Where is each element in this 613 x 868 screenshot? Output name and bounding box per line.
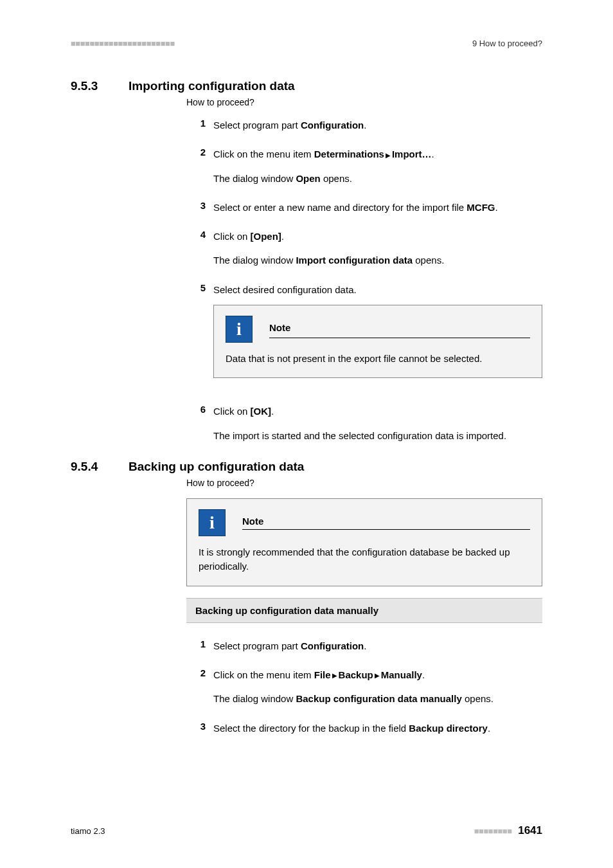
step-4: 4 Click on [Open]. The dialog window Imp…: [186, 229, 542, 268]
step-number: 3: [186, 200, 213, 215]
triangle-icon: ▶: [373, 672, 381, 679]
text: .: [281, 231, 284, 242]
text: Click on: [213, 406, 251, 417]
step-body: Select program part Configuration.: [213, 638, 542, 653]
text: The dialog window: [213, 173, 296, 184]
text: .: [432, 149, 434, 159]
text-bold: Import configuration data: [296, 255, 413, 266]
note-label: Note: [242, 516, 530, 530]
note-text: It is strongly recommended that the conf…: [199, 545, 530, 574]
note-box: i Note Data that is not present in the e…: [213, 305, 542, 379]
section-heading-954: 9.5.4 Backing up configuration data: [71, 460, 542, 474]
step-number: 6: [186, 404, 213, 443]
step-6: 6 Click on [OK]. The import is started a…: [186, 404, 542, 443]
text-bold: Manually: [381, 669, 422, 680]
text-bold: MCFG: [466, 202, 495, 213]
text: .: [364, 120, 366, 131]
page-footer: tiamo 2.3 ■■■■■■■■ 1641: [71, 824, 542, 837]
text: Click on the menu item: [213, 149, 314, 159]
footer-right: ■■■■■■■■ 1641: [474, 824, 542, 837]
text-bold: Configuration: [301, 120, 364, 131]
step-body: Select the directory for the backup in t…: [213, 721, 542, 736]
step-body: Select desired configuration data. i Not…: [213, 282, 542, 390]
step-number: 1: [186, 638, 213, 653]
footer-ornament: ■■■■■■■■: [474, 826, 512, 836]
text-bold: Configuration: [301, 640, 364, 651]
header-ornament-left: ■■■■■■■■■■■■■■■■■■■■■■: [71, 39, 175, 48]
section-number: 9.5.4: [71, 460, 129, 474]
footer-left: tiamo 2.3: [71, 826, 105, 836]
text-bold: File: [314, 669, 331, 680]
note-header: i Note: [199, 509, 530, 536]
triangle-icon: ▶: [384, 152, 392, 159]
step-body: Click on the menu item Determinations▶Im…: [213, 147, 542, 186]
text-bold: Backup directory: [409, 723, 488, 734]
note-label: Note: [269, 320, 530, 338]
text-bold: Open: [296, 173, 320, 184]
text-bold: Determinations: [314, 149, 384, 159]
step-result: The dialog window Open opens.: [213, 171, 542, 186]
note-header: i Note: [226, 316, 530, 343]
page-number: 1641: [518, 824, 542, 836]
text: .: [271, 406, 274, 417]
step-3: 3 Select the directory for the backup in…: [186, 721, 542, 736]
text-bold: [OK]: [251, 406, 272, 417]
section-title: Backing up configuration data: [129, 460, 304, 474]
text: Select program part: [213, 640, 301, 651]
info-icon: i: [226, 316, 253, 343]
text-bold: [Open]: [251, 231, 281, 242]
text: .: [488, 723, 490, 734]
section-subtitle: How to proceed?: [186, 97, 542, 107]
section-title: Importing configuration data: [129, 79, 295, 93]
text: .: [422, 669, 425, 680]
step-2: 2 Click on the menu item File▶Backup▶Man…: [186, 667, 542, 707]
text-bold: Backup: [339, 669, 373, 680]
text: The dialog window: [213, 693, 296, 704]
step-body: Click on [Open]. The dialog window Impor…: [213, 229, 542, 268]
step-result: The dialog window Backup configuration d…: [213, 691, 542, 706]
info-icon: i: [199, 509, 226, 536]
steps-list-953: 1 Select program part Configuration. 2 C…: [186, 118, 542, 443]
text: .: [364, 640, 366, 651]
step-3: 3 Select or enter a new name and directo…: [186, 200, 542, 215]
text: opens.: [413, 255, 444, 266]
text: Select the directory for the backup in t…: [213, 723, 409, 734]
text: Click on the menu item: [213, 669, 314, 680]
step-number: 3: [186, 721, 213, 736]
text: Select desired configuration data.: [213, 284, 357, 295]
step-body: Select program part Configuration.: [213, 118, 542, 132]
note-box: i Note It is strongly recommended that t…: [186, 498, 542, 586]
text: Select or enter a new name and directory…: [213, 202, 466, 213]
text-bold: Import…: [392, 149, 432, 159]
text: The dialog window: [213, 255, 296, 266]
step-number: 1: [186, 118, 213, 132]
step-1: 1 Select program part Configuration.: [186, 118, 542, 132]
step-result: The dialog window Import configuration d…: [213, 253, 542, 267]
step-number: 5: [186, 282, 213, 390]
step-number: 2: [186, 667, 213, 707]
text: Select program part: [213, 120, 301, 131]
text-bold: Backup configuration data manually: [296, 693, 461, 704]
header-running-title: 9 How to proceed?: [472, 39, 542, 48]
section-number: 9.5.3: [71, 79, 129, 93]
text: Click on: [213, 231, 251, 242]
step-body: Click on [OK]. The import is started and…: [213, 404, 542, 443]
step-number: 2: [186, 147, 213, 186]
text: opens.: [462, 693, 493, 704]
triangle-icon: ▶: [331, 672, 339, 679]
subheading-bar: Backing up configuration data manually: [186, 598, 542, 623]
step-body: Click on the menu item File▶Backup▶Manua…: [213, 667, 542, 707]
step-result: The import is started and the selected c…: [213, 428, 542, 443]
step-1: 1 Select program part Configuration.: [186, 638, 542, 653]
step-5: 5 Select desired configuration data. i N…: [186, 282, 542, 390]
step-number: 4: [186, 229, 213, 268]
step-body: Select or enter a new name and directory…: [213, 200, 542, 215]
page-header: ■■■■■■■■■■■■■■■■■■■■■■ 9 How to proceed?: [71, 39, 542, 48]
step-2: 2 Click on the menu item Determinations▶…: [186, 147, 542, 186]
note-text: Data that is not present in the export f…: [226, 352, 530, 366]
section-subtitle: How to proceed?: [186, 478, 542, 488]
text: opens.: [321, 173, 352, 184]
text: .: [495, 202, 498, 213]
section-heading-953: 9.5.3 Importing configuration data: [71, 79, 542, 93]
